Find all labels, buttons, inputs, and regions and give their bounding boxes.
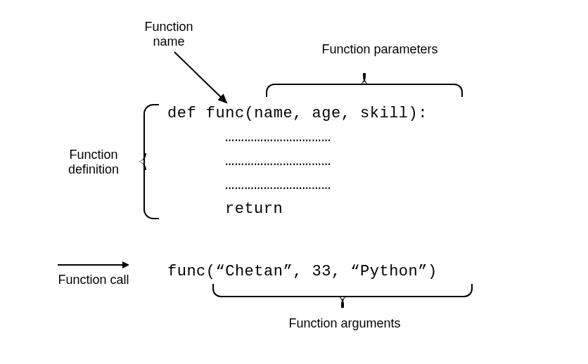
svg-line-0 — [174, 52, 226, 103]
brace-parameters — [266, 73, 463, 97]
label-function-call: Function call — [55, 273, 132, 287]
code-def-line: def func(name, age, skill): — [167, 102, 428, 126]
brace-definition — [131, 104, 159, 219]
arrow-function-call — [58, 264, 128, 266]
code-body-line-3: …………………………… — [225, 174, 428, 197]
brace-arguments — [212, 284, 473, 308]
label-function-name: Function name — [130, 20, 207, 49]
function-definition-code: def func(name, age, skill): …………………………… … — [167, 102, 428, 221]
code-body-line-1: …………………………… — [225, 126, 428, 150]
label-function-arguments: Function arguments — [267, 316, 422, 331]
code-return-line: return — [225, 197, 428, 221]
code-call-line: func(“Chetan”, 33, “Python”) — [167, 263, 437, 280]
code-body-line-2: …………………………… — [225, 150, 428, 174]
label-function-definition: Function definition — [55, 148, 132, 177]
function-call-code: func(“Chetan”, 33, “Python”) — [167, 260, 437, 284]
label-function-parameters: Function parameters — [302, 42, 457, 57]
